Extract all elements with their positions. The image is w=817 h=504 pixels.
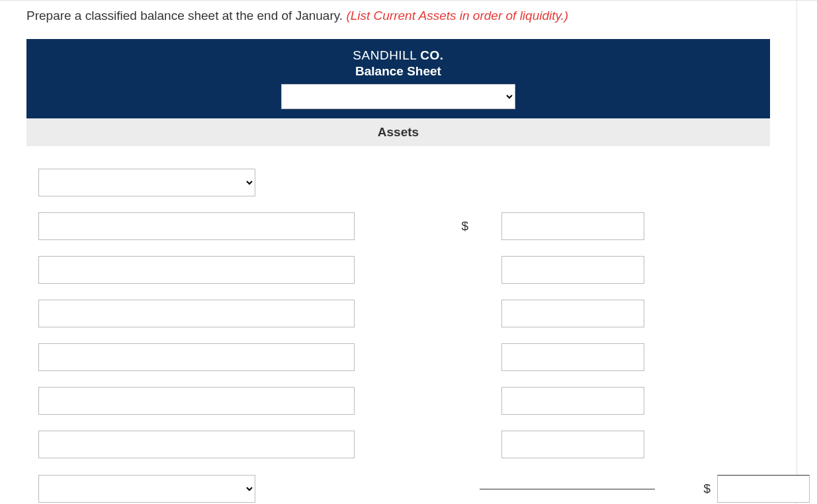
item-value-1[interactable] bbox=[501, 212, 644, 240]
item-label-1[interactable] bbox=[38, 212, 355, 240]
balance-sheet: SANDHILL CO. Balance Sheet Assets $ bbox=[26, 39, 770, 504]
item-label-5[interactable] bbox=[38, 387, 355, 415]
item-label-4[interactable] bbox=[38, 343, 355, 371]
item-row-3 bbox=[26, 292, 770, 335]
total-value[interactable] bbox=[717, 475, 810, 503]
item-label-6[interactable] bbox=[38, 431, 355, 458]
instruction-text: Prepare a classified balance sheet at th… bbox=[0, 1, 796, 39]
currency-symbol-total: $ bbox=[672, 482, 717, 496]
category-select-2[interactable] bbox=[38, 475, 255, 503]
sheet-title: Balance Sheet bbox=[26, 64, 770, 79]
sheet-header: SANDHILL CO. Balance Sheet bbox=[26, 39, 770, 118]
item-value-5[interactable] bbox=[501, 387, 644, 415]
category-select-1[interactable] bbox=[38, 169, 255, 196]
rows-area: $ bbox=[26, 146, 770, 504]
item-value-4[interactable] bbox=[501, 343, 644, 371]
item-row-5 bbox=[26, 379, 770, 423]
company-name: SANDHILL CO. bbox=[26, 48, 770, 63]
item-value-2[interactable] bbox=[501, 256, 644, 284]
worksheet-container: Prepare a classified balance sheet at th… bbox=[0, 1, 797, 504]
item-value-6[interactable] bbox=[501, 431, 644, 458]
instruction-main: Prepare a classified balance sheet at th… bbox=[26, 9, 346, 22]
subtotal-rule bbox=[475, 489, 672, 489]
category-row-2: $ bbox=[26, 469, 770, 504]
item-row-6 bbox=[26, 423, 770, 466]
item-label-3[interactable] bbox=[38, 300, 355, 327]
item-row-1: $ bbox=[26, 204, 770, 248]
currency-symbol-1: $ bbox=[368, 219, 475, 233]
item-row-4 bbox=[26, 335, 770, 379]
instruction-hint: (List Current Assets in order of liquidi… bbox=[346, 9, 568, 22]
item-label-2[interactable] bbox=[38, 256, 355, 284]
category-row-1 bbox=[26, 161, 770, 204]
date-select[interactable] bbox=[281, 84, 515, 109]
section-header-assets: Assets bbox=[26, 118, 770, 146]
item-row-2 bbox=[26, 248, 770, 292]
item-value-3[interactable] bbox=[501, 300, 644, 327]
